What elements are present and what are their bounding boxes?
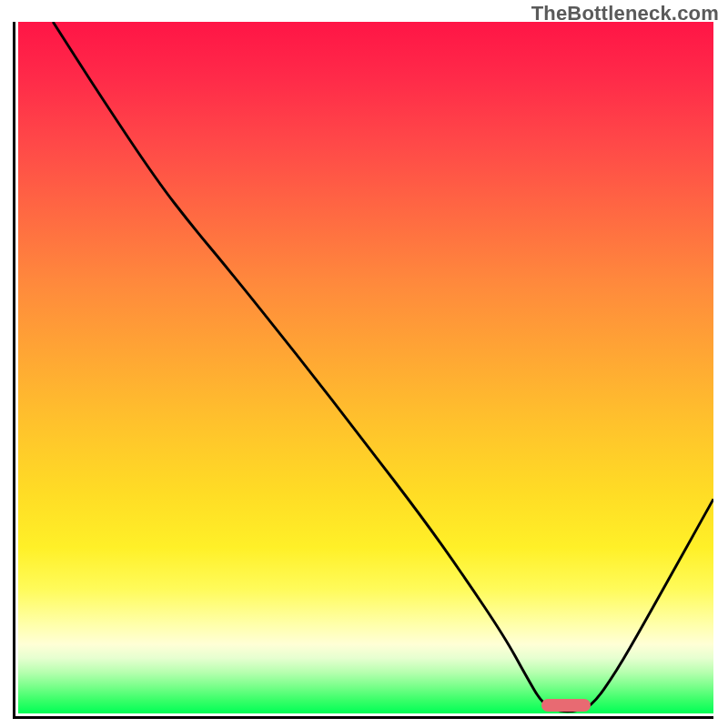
optimum-marker xyxy=(541,699,591,712)
chart-curve xyxy=(18,22,713,713)
watermark-text: TheBottleneck.com xyxy=(531,2,719,25)
plot-area xyxy=(13,22,713,719)
curve-path xyxy=(53,22,713,712)
